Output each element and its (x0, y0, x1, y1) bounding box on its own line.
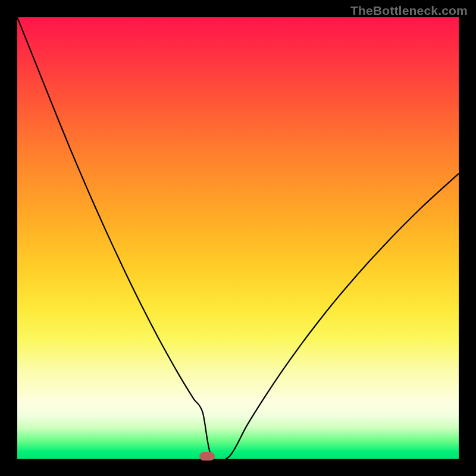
watermark-text: TheBottleneck.com (350, 4, 468, 18)
bottleneck-curve (17, 17, 459, 459)
curve-path (17, 17, 459, 461)
chart-frame: TheBottleneck.com (0, 0, 476, 476)
optimal-point-marker (199, 452, 215, 461)
plot-area (17, 17, 459, 459)
